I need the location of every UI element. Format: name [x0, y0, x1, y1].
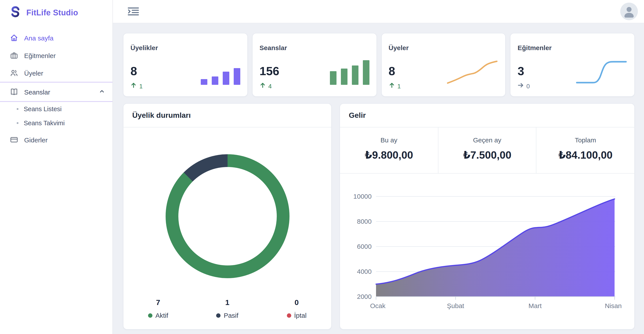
summary-toplam: Toplam ₺84.100,00 [536, 127, 634, 173]
summary-amount: ₺7.500,00 [463, 149, 511, 161]
sidebar-item-label: Üyeler [24, 69, 43, 77]
stat-card-uyeler[interactable]: Üyeler 8 1 [381, 33, 506, 97]
sparkline-line [446, 59, 498, 85]
bottom-row: Üyelik durumları 7 Aktif [123, 103, 635, 329]
summary-label: Bu ay [380, 136, 397, 144]
stat-card-egitmenler[interactable]: Eğitmenler 3 0 [510, 33, 635, 97]
donut-chart[interactable] [166, 154, 289, 278]
sidebar-subitem-seans-listesi[interactable]: Seans Listesi [0, 102, 112, 116]
arrow-up-icon [130, 82, 136, 90]
users-icon [10, 69, 18, 77]
red-dot-icon [287, 313, 291, 317]
summary-amount: ₺9.800,00 [365, 149, 413, 161]
summary-bu-ay: Bu ay ₺9.800,00 [340, 127, 438, 173]
legend-label-text: Pasif [224, 311, 238, 319]
stats-row: Üyelikler 8 1 Seanslar 156 [123, 33, 635, 97]
y-tick: 6000 [357, 243, 372, 250]
donut-legend: 7 Aktif 1 Pasif [124, 298, 331, 319]
sidebar-item-label: Seanslar [24, 88, 50, 96]
sidebar-subitem-seans-takvimi[interactable]: Seans Takvimi [0, 116, 112, 130]
legend-label-text: Aktif [155, 311, 168, 319]
dashboard-content: Üyelikler 8 1 Seanslar 156 [113, 23, 644, 329]
sidebar-item-egitmenler[interactable]: Eğitmenler [0, 47, 112, 64]
stat-title: Üyeler [388, 44, 498, 52]
green-dot-icon [148, 313, 152, 317]
main-area: Üyelikler 8 1 Seanslar 156 [113, 0, 644, 334]
card-title: Gelir [340, 104, 634, 127]
y-tick: 8000 [357, 218, 372, 225]
y-tick: 4000 [357, 268, 372, 275]
app-logo[interactable]: FitLife Studio [0, 0, 112, 26]
x-tick: Nisan [605, 302, 622, 309]
card-title: Üyelik durumları [124, 104, 331, 127]
credit-card-icon [10, 135, 18, 144]
sparkline-step-line [576, 59, 627, 85]
sidebar-nav: Ana sayfa Eğitmenler [0, 26, 112, 149]
sidebar: FitLife Studio Ana sayfa [0, 0, 113, 334]
arrow-up-icon [388, 82, 395, 90]
legend-item-iptal[interactable]: 0 İptal [262, 298, 331, 319]
x-tick: Ocak [370, 302, 386, 309]
app-window: FitLife Studio Ana sayfa [0, 0, 644, 334]
legend-item-aktif[interactable]: 7 Aktif [124, 298, 193, 319]
sidebar-subitem-label: Seans Listesi [24, 106, 62, 113]
revenue-area-chart[interactable]: 10000 8000 6000 4000 2000 Ocak Şubat Mar… [340, 174, 635, 329]
legend-item-pasif[interactable]: 1 Pasif [193, 298, 262, 319]
stat-card-seanslar[interactable]: Seanslar 156 4 [252, 33, 377, 97]
y-tick: 2000 [357, 293, 372, 300]
stat-delta-value: 1 [397, 82, 401, 89]
bullet-icon [17, 122, 18, 124]
sidebar-item-label: Eğitmenler [24, 52, 56, 59]
app-logo-icon [9, 5, 22, 20]
stat-delta-value: 4 [268, 82, 272, 89]
summary-label: Geçen ay [473, 136, 501, 144]
donut-chart-wrap [124, 154, 331, 278]
stat-title: Eğitmenler [518, 44, 628, 52]
sidebar-item-ana-sayfa[interactable]: Ana sayfa [0, 29, 112, 47]
topbar [113, 0, 644, 23]
legend-count: 0 [294, 298, 299, 307]
dark-dot-icon [216, 313, 221, 317]
stat-delta-value: 0 [526, 82, 530, 89]
summary-amount: ₺84.100,00 [558, 149, 612, 161]
legend-count: 7 [156, 298, 160, 307]
revenue-card: Gelir Bu ay ₺9.800,00 Geçen ay ₺7.500,00… [340, 103, 635, 329]
briefcase-icon [10, 51, 18, 60]
sidebar-toggle-button[interactable] [128, 6, 139, 17]
membership-status-card: Üyelik durumları 7 Aktif [123, 103, 332, 329]
stat-title: Seanslar [260, 44, 370, 52]
app-title: FitLife Studio [26, 8, 78, 17]
x-tick: Mart [528, 302, 542, 309]
stat-card-uyelikler[interactable]: Üyelikler 8 1 [123, 33, 248, 97]
summary-gecen-ay: Geçen ay ₺7.500,00 [438, 127, 536, 173]
sparkline-bars [325, 60, 369, 85]
arrow-up-icon [260, 82, 266, 90]
stat-delta-value: 1 [139, 82, 143, 89]
home-icon [10, 34, 18, 42]
summary-label: Toplam [575, 136, 596, 144]
sidebar-item-label: Ana sayfa [24, 34, 53, 42]
sidebar-item-seanslar[interactable]: Seanslar [0, 82, 112, 102]
x-tick: Şubat [447, 302, 464, 309]
legend-label-text: İptal [294, 311, 306, 319]
chevron-up-icon[interactable] [98, 88, 106, 96]
sidebar-item-uyeler[interactable]: Üyeler [0, 64, 112, 82]
revenue-summary: Bu ay ₺9.800,00 Geçen ay ₺7.500,00 Topla… [340, 127, 634, 174]
bullet-icon [17, 108, 18, 110]
book-open-icon [10, 88, 18, 96]
donut-hole [178, 167, 276, 265]
y-tick: 10000 [354, 193, 372, 200]
sparkline-bars [196, 68, 240, 85]
sidebar-item-label: Giderler [24, 136, 48, 144]
sidebar-item-giderler[interactable]: Giderler [0, 131, 112, 149]
stat-title: Üyelikler [130, 44, 240, 52]
legend-count: 1 [225, 298, 230, 307]
sidebar-subitem-label: Seans Takvimi [24, 120, 64, 127]
user-avatar[interactable] [620, 3, 638, 20]
arrow-right-icon [518, 82, 524, 90]
